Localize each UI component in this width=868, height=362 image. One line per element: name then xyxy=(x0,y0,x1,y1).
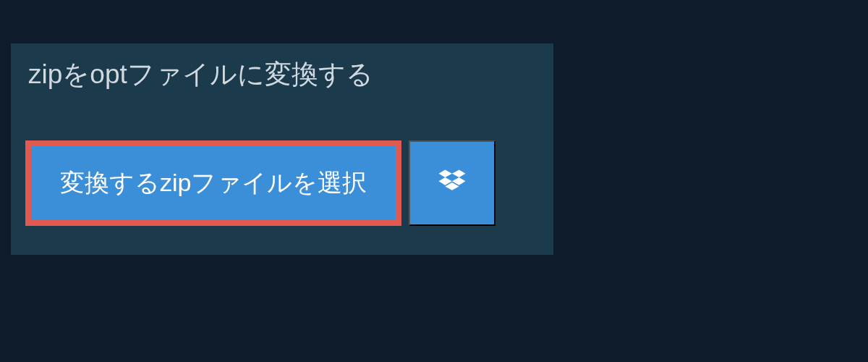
button-row: 変換するzipファイルを選択 xyxy=(25,140,553,226)
dropbox-icon xyxy=(436,167,468,199)
page-title: zipをoptファイルに変換する xyxy=(28,56,373,93)
select-file-button[interactable]: 変換するzipファイルを選択 xyxy=(25,140,401,226)
title-bar: zipをoptファイルに変換する xyxy=(11,43,391,106)
select-file-label: 変換するzipファイルを選択 xyxy=(60,169,367,196)
dropbox-button[interactable] xyxy=(409,140,495,226)
converter-panel: zipをoptファイルに変換する 変換するzipファイルを選択 xyxy=(11,43,553,255)
